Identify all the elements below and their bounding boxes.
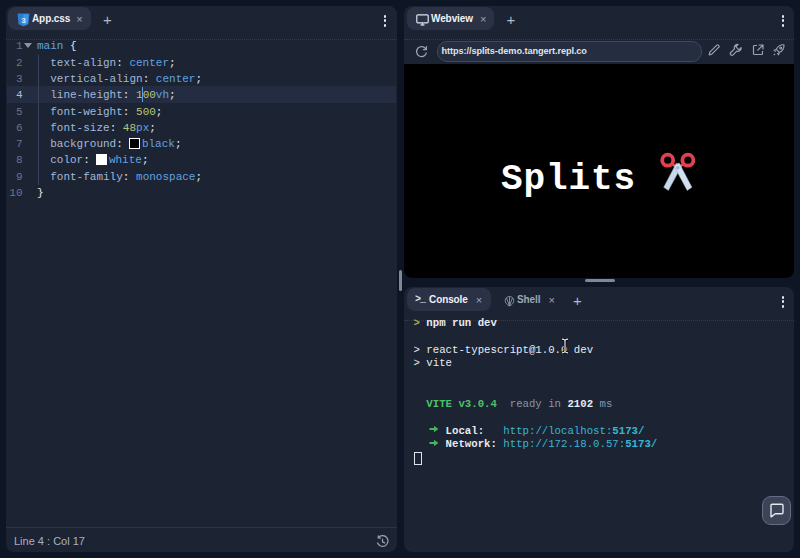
svg-text:3: 3	[21, 16, 26, 25]
